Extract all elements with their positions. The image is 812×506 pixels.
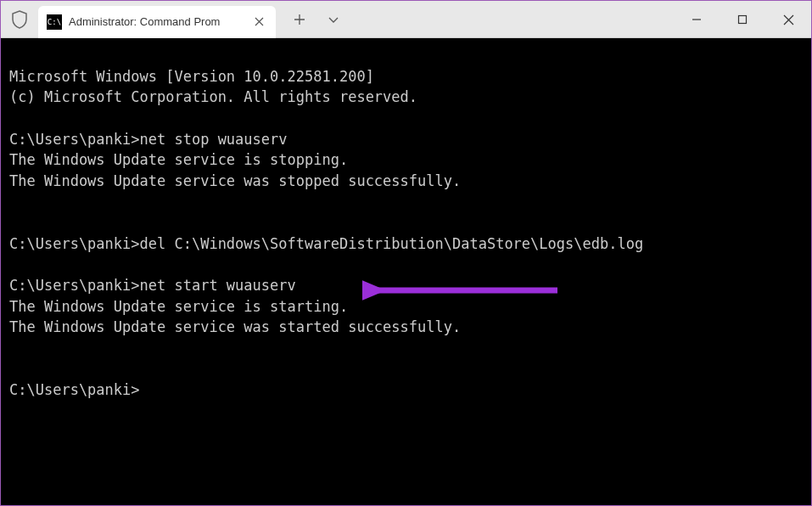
tab-active[interactable]: C:\ Administrator: Command Prom <box>38 6 276 38</box>
svg-rect-0 <box>739 16 747 24</box>
titlebar-actions <box>276 1 342 37</box>
terminal-line: (c) Microsoft Corporation. All rights re… <box>9 88 417 105</box>
titlebar-drag-region[interactable] <box>342 1 674 37</box>
terminal-line: C:\Users\panki>del C:\Windows\SoftwareDi… <box>9 235 643 252</box>
terminal-line: C:\Users\panki> <box>9 381 140 398</box>
terminal-line: Microsoft Windows [Version 10.0.22581.20… <box>9 68 374 85</box>
maximize-button[interactable] <box>720 1 765 38</box>
terminal-line: The Windows Update service is starting. <box>9 298 348 315</box>
dropdown-button[interactable] <box>325 11 342 28</box>
titlebar: C:\ Administrator: Command Prom <box>1 1 811 38</box>
terminal-line: The Windows Update service was started s… <box>9 318 461 335</box>
window-controls <box>674 1 811 37</box>
new-tab-button[interactable] <box>291 11 308 28</box>
terminal-line: The Windows Update service is stopping. <box>9 151 348 168</box>
terminal-line: C:\Users\panki>net stop wuauserv <box>9 131 288 148</box>
terminal-output[interactable]: Microsoft Windows [Version 10.0.22581.20… <box>1 38 811 505</box>
close-button[interactable] <box>765 1 811 38</box>
terminal-line: The Windows Update service was stopped s… <box>9 172 461 189</box>
shield-icon <box>8 8 31 31</box>
tab-title: Administrator: Command Prom <box>69 15 244 28</box>
minimize-button[interactable] <box>674 1 720 38</box>
titlebar-left: C:\ Administrator: Command Prom <box>1 1 276 37</box>
terminal-line: C:\Users\panki>net start wuauserv <box>9 277 296 294</box>
cmd-icon: C:\ <box>47 14 62 30</box>
tab-close-button[interactable] <box>250 14 267 31</box>
